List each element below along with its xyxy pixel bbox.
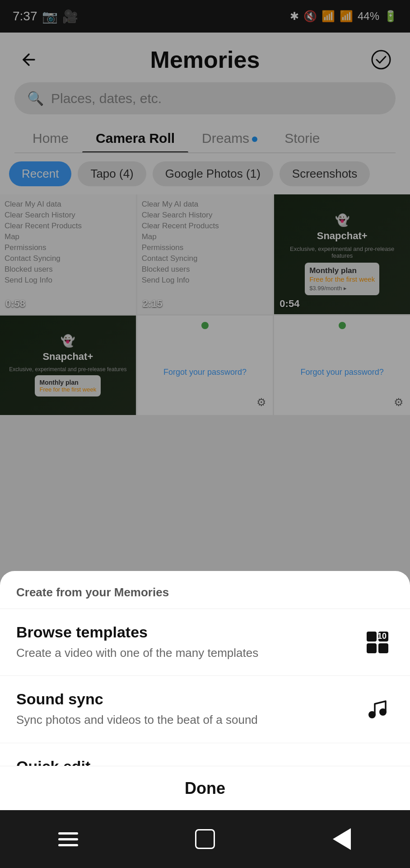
sheet-header: Create from your Memories — [0, 571, 410, 609]
svg-rect-5 — [378, 643, 388, 653]
gear-icon-2: ⚙ — [394, 396, 404, 409]
gear-icon-1: ⚙ — [256, 396, 266, 409]
svg-rect-2 — [367, 632, 377, 642]
nav-back-button[interactable] — [324, 821, 360, 857]
done-button[interactable]: Done — [0, 766, 410, 810]
timestamp-2: 2:15 — [143, 298, 163, 310]
battery-text: 44% — [358, 10, 379, 23]
media-cell-4[interactable]: 👻 Snapchat+ Exclusive, experimental and … — [0, 316, 136, 415]
snapchat-plus-label: Snapchat+ — [317, 230, 368, 242]
filter-tapo[interactable]: Tapo (4) — [78, 161, 146, 186]
browse-templates-title: Browse templates — [16, 623, 352, 641]
bluetooth-icon: ✱ — [290, 10, 299, 23]
music-icon — [361, 693, 394, 726]
sound-sync-content: Sound sync Sync photos and videos to the… — [16, 690, 361, 728]
browse-templates-content: Browse templates Create a video with one… — [16, 623, 361, 661]
home-nav-bar — [0, 810, 410, 868]
search-bar[interactable]: 🔍 Places, dates, etc. — [14, 82, 396, 114]
filter-screenshots[interactable]: Screenshots — [280, 161, 370, 186]
filter-row: Recent Tapo (4) Google Photos (1) Screen… — [0, 153, 410, 194]
svg-text:10: 10 — [377, 632, 387, 641]
wifi-icon: 📶 — [321, 10, 335, 23]
filter-google-photos[interactable]: Google Photos (1) — [153, 161, 273, 186]
media-cell-1[interactable]: Clear My AI data Clear Search History Cl… — [0, 194, 136, 314]
tab-dreams[interactable]: Dreams — [188, 123, 271, 152]
tab-stories[interactable]: Storie — [271, 123, 333, 152]
plan-box-2: Monthly plan Free for the first week — [35, 375, 101, 396]
app-header: Memories 🔍 Places, dates, etc. Home Came… — [0, 33, 410, 153]
green-dot-2 — [339, 322, 346, 329]
video-icon: 🎥 — [62, 9, 78, 24]
check-button[interactable] — [367, 45, 396, 74]
camera-icon: 📷 — [42, 9, 58, 24]
media-cell-2[interactable]: Clear My AI data Clear Search History Cl… — [137, 194, 273, 314]
svg-point-1 — [372, 51, 390, 69]
plan-box: Monthly plan Free for the first week $3.… — [305, 263, 379, 295]
templates-icon: 10 — [361, 626, 394, 659]
page-title: Memories — [43, 46, 367, 73]
status-right: ✱ 🔇 📶 📶 44% 🔋 — [290, 10, 397, 23]
svg-point-7 — [368, 711, 376, 718]
tab-camera-roll[interactable]: Camera Roll — [82, 123, 188, 152]
tab-home[interactable]: Home — [19, 123, 82, 152]
snapchat-ghost-icon-2: 👻 — [61, 334, 75, 348]
timestamp-3: 0:54 — [280, 298, 299, 310]
snapchat-ghost-icon: 👻 — [335, 213, 349, 227]
mute-icon: 🔇 — [303, 10, 317, 23]
media-cell-5[interactable]: Forgot your password? ⚙ — [137, 316, 273, 415]
sound-sync-item[interactable]: Sound sync Sync photos and videos to the… — [0, 676, 410, 743]
media-cell-6[interactable]: Forgot your password? ⚙ — [274, 316, 410, 415]
back-button[interactable] — [14, 45, 43, 74]
media-cell-3[interactable]: 👻 Snapchat+ Exclusive, experimental and … — [274, 194, 410, 314]
header-row: Memories — [14, 41, 396, 82]
search-input[interactable]: Places, dates, etc. — [51, 91, 162, 106]
sound-sync-desc: Sync photos and videos to the beat of a … — [16, 712, 352, 728]
sound-sync-title: Sound sync — [16, 690, 352, 708]
nav-home-button[interactable] — [187, 821, 223, 857]
svg-rect-4 — [367, 643, 377, 653]
status-bar: 7:37 📷 🎥 ✱ 🔇 📶 📶 44% 🔋 — [0, 0, 410, 33]
green-dot-1 — [201, 322, 209, 329]
status-time: 7:37 — [13, 9, 37, 24]
home-square-icon — [195, 829, 215, 849]
status-left: 7:37 📷 🎥 — [13, 9, 78, 24]
filter-recent[interactable]: Recent — [9, 161, 71, 186]
browse-templates-item[interactable]: Browse templates Create a video with one… — [0, 609, 410, 676]
browse-templates-desc: Create a video with one of the many temp… — [16, 645, 352, 661]
nav-tabs: Home Camera Roll Dreams Storie — [14, 123, 396, 153]
snapchat-plus-label-2: Snapchat+ — [42, 351, 93, 363]
nav-recents-button[interactable] — [50, 821, 86, 857]
back-triangle-icon — [333, 828, 351, 850]
timestamp-1: 0:58 — [5, 298, 25, 310]
svg-point-8 — [379, 708, 387, 716]
search-icon: 🔍 — [27, 90, 44, 106]
media-grid: Clear My AI data Clear Search History Cl… — [0, 194, 410, 439]
battery-icon: 🔋 — [384, 10, 397, 23]
signal-icon: 📶 — [340, 10, 353, 23]
